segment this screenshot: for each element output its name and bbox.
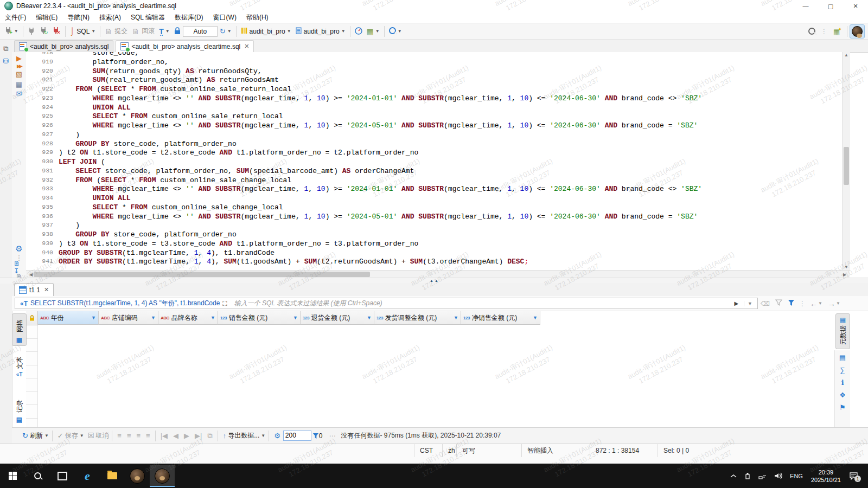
metadata-panel-button-icon[interactable]: ℹ bbox=[837, 377, 848, 388]
column-header-1[interactable]: ABC店铺编码▼ bbox=[99, 311, 158, 325]
compare-button-dropdown-icon[interactable]: ▼ bbox=[375, 29, 380, 34]
explain-plan-icon[interactable]: ▧ bbox=[14, 70, 24, 78]
editor-tab-0[interactable]: <audit_bi_pro> analysis.sql bbox=[14, 40, 113, 52]
sql-history-button-dropdown-icon[interactable]: ▼ bbox=[227, 29, 232, 34]
remove-filter-icon[interactable] bbox=[775, 299, 782, 308]
sql-editor-button[interactable]: ⌡SQL▼ bbox=[68, 26, 97, 36]
scroll-right-icon[interactable]: ▶ bbox=[841, 272, 848, 277]
first-page-icon[interactable]: |◀ bbox=[159, 432, 169, 440]
grid-row[interactable] bbox=[26, 378, 38, 392]
add-row-icon[interactable]: ≡ bbox=[116, 432, 123, 440]
last-page-icon[interactable]: ▶| bbox=[193, 432, 203, 440]
fetch-size-input[interactable] bbox=[283, 431, 311, 441]
refresh-button-dropdown-icon[interactable]: ▼ bbox=[44, 433, 49, 438]
tab-close-icon[interactable]: ✕ bbox=[244, 43, 249, 50]
column-header-5[interactable]: 123发货调整金额 (元)▼ bbox=[374, 311, 461, 325]
column-header-6[interactable]: 123净销售金额 (元)▼ bbox=[461, 311, 540, 325]
disconnect-button[interactable]: ✕ bbox=[50, 25, 62, 37]
expand-filter-icon[interactable]: ⛶ bbox=[222, 300, 227, 307]
open-perspective-icon[interactable]: ▦✦ bbox=[831, 25, 845, 38]
dbeaver-taskbar-icon-active[interactable] bbox=[150, 465, 175, 487]
taskbar-clock[interactable]: 20:39 2025/10/21 bbox=[811, 468, 841, 484]
column-filter-icon[interactable]: ▼ bbox=[91, 315, 96, 320]
menu-item-0[interactable]: 文件(F) bbox=[0, 12, 31, 23]
taskbar-search-icon[interactable] bbox=[25, 465, 50, 487]
compare-button[interactable]: ▦▼ bbox=[365, 27, 381, 36]
grid-row[interactable] bbox=[26, 339, 38, 352]
panel-tab-metadata[interactable]: ▦元数据 bbox=[835, 313, 850, 349]
grid-row[interactable] bbox=[26, 352, 38, 365]
edit-row-icon[interactable]: ≡ bbox=[144, 432, 152, 440]
filter-history-icon[interactable]: ▼ bbox=[744, 301, 752, 306]
grid-row[interactable] bbox=[26, 365, 38, 379]
maximize-button[interactable]: ▢ bbox=[818, 0, 843, 12]
column-filter-icon[interactable]: ▼ bbox=[367, 315, 372, 320]
references-panel-icon[interactable]: ❖ bbox=[837, 389, 848, 400]
usb-icon[interactable] bbox=[744, 472, 751, 480]
close-button[interactable]: ✕ bbox=[843, 0, 868, 12]
open-grid-icon[interactable]: ▦ bbox=[14, 80, 24, 88]
apply-filter-icon[interactable]: ▶ bbox=[734, 300, 738, 306]
network-icon[interactable] bbox=[758, 473, 767, 479]
presentation-tab-网格[interactable]: 网格▦ bbox=[12, 313, 27, 346]
execute-statement-icon[interactable]: ▶ bbox=[14, 54, 24, 62]
execute-script-icon[interactable]: ▶▶ bbox=[14, 63, 24, 69]
column-filter-icon[interactable]: ▼ bbox=[151, 315, 156, 320]
lock-icon[interactable] bbox=[173, 26, 182, 37]
results-tab-close-icon[interactable]: ✕ bbox=[44, 286, 49, 293]
sql-code-area[interactable]: 918 store_code,919 platform_order_no,920… bbox=[26, 52, 842, 270]
nav-back-dropdown-icon[interactable]: ▼ bbox=[818, 301, 822, 306]
restore-view-icon[interactable]: ⧉ bbox=[1, 43, 11, 54]
value-viewer-panel-icon[interactable]: ▤ bbox=[837, 352, 848, 363]
horizontal-scroll-thumb[interactable] bbox=[34, 272, 370, 277]
export-from-query-icon[interactable]: ✉ bbox=[14, 89, 24, 98]
menu-item-2[interactable]: 导航(N) bbox=[62, 12, 94, 23]
grouping-panel-icon[interactable]: ⚑ bbox=[837, 402, 848, 413]
internet-explorer-icon[interactable]: e bbox=[75, 465, 100, 487]
rollback-button[interactable]: 🗎回滚 bbox=[130, 25, 156, 37]
commit-button[interactable]: 🗎提交 bbox=[103, 25, 129, 37]
fetch-all-icon[interactable]: ⧉ bbox=[206, 432, 214, 440]
results-tab[interactable]: t1 1 ✕ bbox=[14, 283, 54, 296]
column-filter-icon[interactable]: ▼ bbox=[210, 315, 215, 320]
sql-history-button[interactable]: ↻▼ bbox=[218, 26, 233, 36]
schema-selector-dropdown-icon[interactable]: ▼ bbox=[341, 29, 346, 34]
nav-forward-dropdown-icon[interactable]: ▼ bbox=[836, 301, 840, 306]
next-page-icon[interactable]: ▶ bbox=[182, 432, 191, 440]
column-header-3[interactable]: 123销售金额 (元)▼ bbox=[218, 311, 301, 325]
tray-expand-icon[interactable] bbox=[730, 474, 737, 478]
quick-search-button-dropdown-icon[interactable]: ▼ bbox=[398, 29, 402, 34]
editor-settings-gear-icon[interactable]: ⚙ bbox=[14, 244, 24, 254]
export-data-button-dropdown-icon[interactable]: ▼ bbox=[261, 433, 265, 438]
column-filter-icon[interactable]: ▼ bbox=[454, 315, 458, 320]
erase-filter-icon[interactable]: ⌫ bbox=[761, 300, 770, 307]
refresh-button[interactable]: ↻刷新▼ bbox=[21, 431, 49, 440]
notification-center-icon[interactable]: 1 bbox=[849, 472, 858, 480]
column-header-2[interactable]: ABC品牌名称▼ bbox=[158, 311, 218, 325]
dbeaver-perspective-icon[interactable] bbox=[850, 24, 865, 38]
save-button-dropdown-icon[interactable]: ▼ bbox=[80, 433, 84, 438]
cancel-button[interactable]: ☒取消 bbox=[86, 431, 109, 440]
scroll-down-icon[interactable]: ▼ bbox=[843, 265, 850, 269]
transaction-log-button[interactable]: T̤▼ bbox=[157, 27, 171, 36]
menu-item-7[interactable]: 帮助(H) bbox=[241, 12, 273, 23]
grid-row[interactable] bbox=[26, 405, 38, 419]
readonly-lock-icon[interactable] bbox=[26, 311, 38, 325]
commit-mode-combobox[interactable]: Auto bbox=[183, 26, 218, 37]
menu-item-5[interactable]: 数据库(D) bbox=[170, 12, 208, 23]
sql-editor-button-dropdown-icon[interactable]: ▼ bbox=[91, 29, 95, 34]
filter-count[interactable]: 0 bbox=[312, 432, 323, 440]
grid-row[interactable] bbox=[26, 392, 38, 406]
editor-horizontal-scrollbar[interactable]: ◀ ▶ bbox=[26, 270, 850, 278]
menu-item-1[interactable]: 编辑(E) bbox=[31, 12, 62, 23]
export-data-button[interactable]: ↑导出数据...▼ bbox=[221, 431, 265, 440]
presentation-tab-记录[interactable]: 记录▤ bbox=[12, 395, 26, 425]
load-script-icon[interactable]: 🗎↧ bbox=[14, 262, 24, 273]
menu-item-6[interactable]: 窗口(W) bbox=[208, 12, 241, 23]
result-settings-gear-icon[interactable]: ⚙ bbox=[272, 432, 282, 440]
delete-row-icon[interactable]: ≡ bbox=[135, 432, 143, 440]
editor-tab-1[interactable]: <audit_bi_pro> analysis_cleartime.sql✕ bbox=[116, 40, 254, 52]
transaction-log-button-dropdown-icon[interactable]: ▼ bbox=[165, 29, 170, 34]
file-explorer-icon[interactable] bbox=[100, 465, 125, 487]
nav-forward-icon[interactable]: → bbox=[828, 299, 835, 308]
